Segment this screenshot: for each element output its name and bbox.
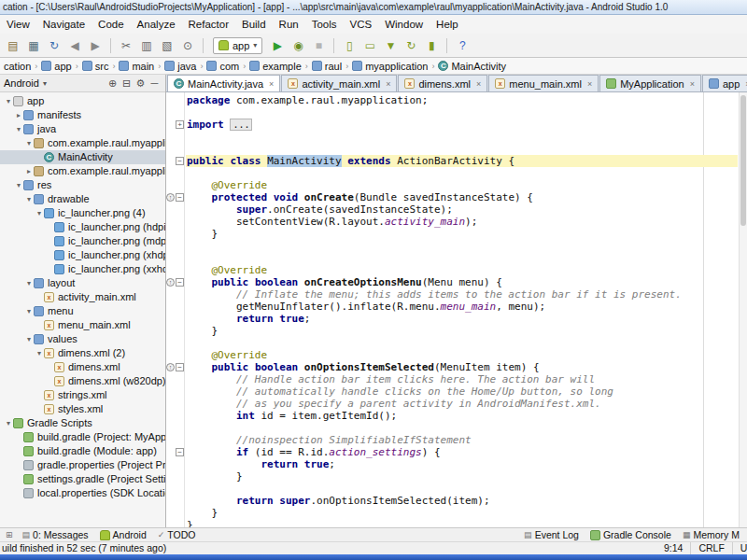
code-line[interactable]: public boolean onCreateOptionsMenu(Menu …: [187, 276, 738, 288]
tree-item[interactable]: ▾menu: [0, 304, 165, 318]
scrollbar-thumb[interactable]: [740, 95, 746, 226]
tree-item[interactable]: ▾app: [0, 94, 165, 108]
chevron-expanded-icon[interactable]: ▾: [24, 276, 34, 290]
editor-tab[interactable]: CMainActivity.java×: [167, 75, 280, 91]
tree-item[interactable]: gradle.properties (Project Properties): [0, 458, 165, 472]
stop-icon[interactable]: ■: [309, 36, 328, 55]
code-line[interactable]: }: [187, 228, 738, 240]
code-line[interactable]: package com.example.raul.myapplication;: [187, 94, 738, 106]
find-icon[interactable]: ⊙: [178, 36, 197, 55]
cut-icon[interactable]: ✂: [117, 36, 135, 55]
code-line[interactable]: }: [187, 470, 738, 483]
close-icon[interactable]: ×: [587, 79, 592, 89]
fold-collapse-icon[interactable]: −: [176, 448, 184, 456]
tree-item[interactable]: ic_launcher.png (xxhdpi): [0, 262, 165, 276]
tree-item[interactable]: ▾res: [0, 178, 165, 192]
code-line[interactable]: }: [187, 325, 738, 337]
code-line[interactable]: [187, 143, 738, 155]
fold-collapse-icon[interactable]: −: [176, 278, 184, 287]
menu-run[interactable]: Run: [273, 15, 305, 34]
chevron-collapsed-icon[interactable]: ▸: [24, 164, 34, 178]
tree-item[interactable]: ▾com.example.raul.myapplication: [0, 136, 165, 150]
chevron-expanded-icon[interactable]: ▾: [24, 192, 34, 206]
chevron-expanded-icon[interactable]: ▾: [35, 206, 44, 220]
avd-manager-icon[interactable]: ▭: [360, 36, 379, 55]
breadcrumb-item[interactable]: cation: [2, 61, 33, 72]
code-line[interactable]: // Handle action bar item clicks here. T…: [187, 373, 738, 385]
editor-tab[interactable]: app×: [702, 75, 747, 91]
code-line[interactable]: return true;: [187, 458, 738, 470]
code-line[interactable]: // automatically handle clicks on the Ho…: [187, 385, 738, 398]
fold-collapse-icon[interactable]: −: [176, 363, 184, 371]
tree-item[interactable]: ▾Gradle Scripts: [0, 416, 165, 430]
copy-icon[interactable]: ▥: [137, 36, 156, 55]
code-line[interactable]: protected void onCreate(Bundle savedInst…: [187, 191, 738, 203]
fold-collapse-icon[interactable]: −: [176, 157, 184, 165]
menu-window[interactable]: Window: [378, 15, 430, 34]
editor-tab[interactable]: MyApplication×: [599, 75, 701, 91]
breadcrumb-item[interactable]: com: [204, 61, 241, 72]
toolwindow-button[interactable]: ▤Event Log: [518, 529, 585, 540]
code-line[interactable]: if (id == R.id.action_settings) {: [187, 446, 738, 458]
breadcrumb-item[interactable]: myapplication: [350, 61, 430, 72]
editor-tab[interactable]: xdimens.xml×: [398, 75, 487, 91]
code-line[interactable]: getMenuInflater().inflate(R.menu.menu_ma…: [187, 301, 738, 313]
tree-item[interactable]: ic_launcher.png (xhdpi): [0, 248, 165, 262]
code-line[interactable]: @Override: [187, 264, 738, 276]
tree-item[interactable]: settings.gradle (Project Settings): [0, 472, 165, 486]
tree-item[interactable]: ▾xdimens.xml (2): [0, 346, 165, 360]
tree-item[interactable]: ▾ic_launcher.png (4): [0, 206, 165, 220]
menu-view[interactable]: View: [0, 15, 36, 34]
toolwindow-button[interactable]: ✓TODO: [152, 528, 202, 541]
sync-icon[interactable]: ↻: [45, 36, 63, 55]
breadcrumb-item[interactable]: raul: [310, 61, 344, 72]
run-icon[interactable]: ▶: [268, 36, 287, 55]
close-icon[interactable]: ×: [690, 79, 695, 89]
code-line[interactable]: }: [187, 519, 738, 527]
chevron-expanded-icon[interactable]: ▾: [4, 94, 13, 108]
editor-tab[interactable]: xactivity_main.xml×: [281, 75, 397, 91]
chevron-collapsed-icon[interactable]: ▸: [14, 108, 23, 122]
collapse-all-icon[interactable]: ⊟: [120, 77, 134, 90]
toolwindow-button[interactable]: Android: [94, 528, 152, 541]
code-line[interactable]: [187, 252, 738, 264]
tree-item[interactable]: xstyles.xml: [0, 402, 165, 416]
tree-item[interactable]: ▾layout: [0, 276, 165, 290]
breadcrumb-item[interactable]: example: [247, 61, 303, 72]
breadcrumb-item[interactable]: main: [117, 61, 156, 72]
debug-icon[interactable]: ◉: [289, 36, 307, 55]
tree-item[interactable]: ▸manifests: [0, 108, 165, 122]
editor-tab[interactable]: xmenu_main.xml×: [488, 75, 599, 91]
toolwindow-button[interactable]: Gradle Console: [585, 529, 677, 540]
menu-vcs[interactable]: VCS: [344, 15, 379, 34]
chevron-expanded-icon[interactable]: ▾: [24, 332, 34, 346]
code-line[interactable]: [187, 131, 738, 143]
save-all-icon[interactable]: ▦: [24, 36, 43, 55]
code-line[interactable]: [187, 337, 738, 349]
chevron-expanded-icon[interactable]: ▾: [35, 346, 44, 360]
toolwindow-button[interactable]: ▤0: Messages: [17, 528, 94, 541]
close-icon[interactable]: ×: [476, 79, 481, 89]
fold-expand-icon[interactable]: +: [176, 120, 184, 129]
run-configuration-selector[interactable]: app▾: [213, 37, 262, 54]
code-line[interactable]: import ...: [187, 119, 738, 131]
code-line[interactable]: public boolean onOptionsItemSelected(Men…: [187, 361, 738, 373]
breadcrumb-item[interactable]: CMainActivity: [436, 61, 508, 72]
chevron-expanded-icon[interactable]: ▾: [4, 416, 13, 430]
menu-tools[interactable]: Tools: [305, 15, 344, 34]
tree-item[interactable]: local.properties (SDK Location): [0, 486, 165, 500]
toolwindow-switcher-icon[interactable]: ⊞: [2, 530, 17, 539]
menu-analyze[interactable]: Analyze: [131, 15, 182, 34]
tree-item[interactable]: ▾values: [0, 332, 165, 346]
override-marker-icon[interactable]: ↑: [166, 363, 175, 371]
tree-item[interactable]: xdimens.xml: [0, 360, 165, 374]
code-line[interactable]: }: [187, 507, 738, 519]
code-line[interactable]: return true;: [187, 313, 738, 325]
code-line[interactable]: [187, 167, 738, 179]
tree-item[interactable]: ▸com.example.raul.myapplication (android…: [0, 164, 165, 178]
tree-item[interactable]: build.gradle (Module: app): [0, 444, 165, 458]
forward-icon[interactable]: ▶: [86, 36, 105, 55]
code-line[interactable]: @Override: [187, 349, 738, 361]
tree-item[interactable]: ic_launcher.png (hdpi): [0, 220, 165, 234]
close-icon[interactable]: ×: [269, 79, 274, 89]
